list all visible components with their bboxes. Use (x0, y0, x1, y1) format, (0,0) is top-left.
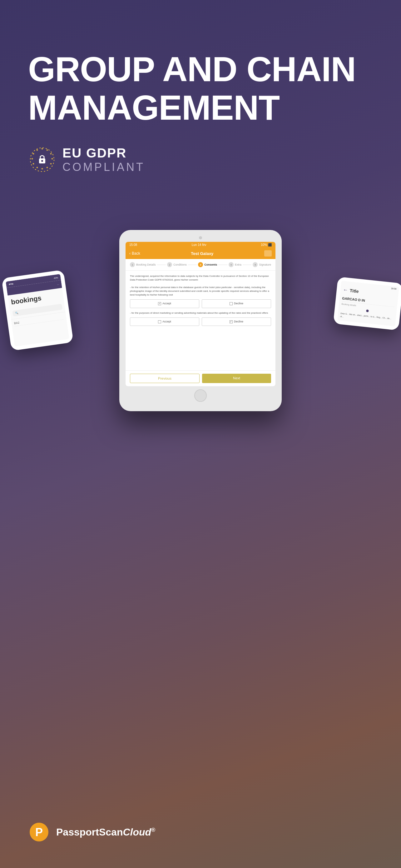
consent-item-1-decline-button[interactable]: Decline (202, 299, 271, 308)
svg-text:★: ★ (41, 147, 43, 150)
phone-right-title: Title (349, 288, 359, 294)
step-dot (366, 310, 369, 312)
decline-checkbox-1[interactable] (230, 302, 233, 305)
next-button[interactable]: Next (202, 374, 271, 383)
progress-line-4 (243, 265, 252, 265)
consent-item-2-accept-button[interactable]: Accept (130, 317, 199, 326)
phone-right-time: 19:09 (391, 287, 397, 290)
hero-title: GROUP AND CHAIN MANAGEMENT (28, 50, 373, 127)
phone-right-back-icon[interactable]: ← (343, 287, 348, 293)
accept-label-2: Accept (162, 320, 171, 324)
svg-point-14 (41, 160, 43, 162)
progress-label-3: Consents (204, 263, 217, 266)
accept-checkbox-2[interactable] (158, 320, 161, 323)
progress-step-5: 5 Signature (253, 262, 271, 267)
ipad-nav-bar: ‹ Back Test Galaxy (126, 248, 275, 259)
phone-left-screen: ◆◆◆ 43% ··· bookings 🔍 BA2 (6, 274, 69, 346)
progress-step-4: 4 Extra (229, 262, 241, 267)
consent-item-1-buttons: ✓ Accept Decline (130, 299, 271, 308)
accept-label-1: Accept (162, 302, 171, 306)
svg-text:★: ★ (49, 152, 52, 155)
consent-intro-text: The undersigned, acquired the informatio… (130, 274, 271, 282)
svg-text:★: ★ (36, 148, 38, 152)
phone-left: ◆◆◆ 43% ··· bookings 🔍 BA2 (2, 270, 74, 351)
svg-text:★: ★ (41, 167, 43, 170)
phone-left-time: ◆◆◆ (8, 282, 13, 286)
consent-item-2-buttons: Accept ✓ Decline (130, 317, 271, 326)
decline-checkbox-2[interactable]: ✓ (230, 320, 233, 323)
progress-line-1 (157, 265, 166, 265)
ipad-progress-bar: 1 Booking Details 2 Conditions 3 Consent… (126, 259, 275, 271)
footer-brand-text: PassportScanCloud® (56, 827, 155, 838)
svg-text:★: ★ (46, 148, 48, 152)
progress-circle-3: 3 (198, 262, 203, 267)
hero-title-line2: MANAGEMENT (28, 88, 279, 127)
devices-section: ◆◆◆ 43% ··· bookings 🔍 BA2 (0, 217, 401, 655)
footer-logo: P (28, 821, 50, 843)
svg-text:★: ★ (32, 152, 35, 155)
svg-text:P: P (35, 826, 43, 839)
progress-label-2: Conditions (173, 263, 187, 266)
ipad-back-button[interactable]: ‹ Back (129, 251, 140, 256)
accept-checkbox-1[interactable]: ✓ (158, 302, 161, 305)
consent-item-2-decline-button[interactable]: ✓ Decline (202, 317, 271, 326)
phone-left-battery: 43% (54, 277, 58, 279)
gdpr-eu-label: EU GDPR (63, 146, 145, 161)
ipad-time: 15:08 (129, 243, 137, 247)
consent-body: The undersigned, acquired the informatio… (126, 271, 275, 370)
progress-step-2: 2 Conditions (167, 262, 187, 267)
consent-item-2-text: - for the purposes of direct marketing o… (130, 311, 271, 315)
svg-text:★: ★ (32, 162, 35, 165)
consent-item-2: - for the purposes of direct marketing o… (130, 311, 271, 326)
svg-text:★: ★ (46, 166, 48, 169)
ipad-action-buttons: Previous Next (126, 370, 275, 386)
ipad-status-bar: 15:08 Lun 14 fév 10% ⬛ (126, 242, 275, 248)
progress-line-3 (218, 265, 227, 265)
footer: P PassportScanCloud® (28, 821, 155, 843)
progress-line-2 (188, 265, 197, 265)
consent-spacer (130, 329, 271, 367)
ipad-camera (199, 236, 202, 239)
ipad-battery: 10% ⬛ (261, 243, 272, 247)
brand-trademark: ® (151, 827, 155, 833)
progress-label-1: Booking Details (136, 263, 156, 266)
progress-label-5: Signature (259, 263, 271, 266)
decline-label-1: Decline (234, 302, 243, 306)
progress-step-3: 3 Consents (198, 262, 217, 267)
previous-button[interactable]: Previous (130, 374, 200, 383)
progress-label-4: Extra (235, 263, 241, 266)
gdpr-text: EU GDPR COMPLIANT (63, 146, 145, 174)
ipad-screen: 15:08 Lun 14 fév 10% ⬛ ‹ Back Test Galax… (126, 242, 275, 386)
progress-circle-1: 1 (130, 262, 135, 267)
phone-right-content: GARCAO D IN Booking details Dear G... We… (337, 294, 398, 326)
search-icon: 🔍 (15, 312, 19, 315)
brand-cloud: Cloud (123, 827, 151, 838)
consent-item-1-text: - for the retention of his/her personal … (130, 286, 271, 297)
back-arrow-icon: ‹ (129, 251, 131, 256)
ipad-date: Lun 14 fév (192, 243, 206, 247)
svg-text:★: ★ (31, 157, 33, 160)
consent-item-1: - for the retention of his/her personal … (130, 286, 271, 308)
svg-text:★: ★ (36, 166, 38, 169)
svg-text:★: ★ (51, 157, 54, 160)
ipad-device: 15:08 Lun 14 fév 10% ⬛ ‹ Back Test Galax… (119, 230, 282, 411)
ipad-back-label: Back (132, 251, 140, 256)
ipad-wrapper: 15:08 Lun 14 fév 10% ⬛ ‹ Back Test Galax… (119, 230, 282, 411)
progress-circle-2: 2 (167, 262, 172, 267)
gdpr-compliant-label: COMPLIANT (63, 161, 145, 174)
hero-title-line1: GROUP AND CHAIN (28, 50, 356, 89)
gdpr-badge: ★ ★ ★ ★ ★ ★ ★ ★ ★ ★ ★ ★ (28, 146, 373, 174)
gdpr-icon: ★ ★ ★ ★ ★ ★ ★ ★ ★ ★ ★ ★ (28, 146, 56, 174)
progress-circle-4: 4 (229, 262, 234, 267)
phone-right: 19:09 ← Title GARCAO D IN Booking detail… (333, 277, 401, 331)
decline-label-2: Decline (234, 320, 243, 324)
ipad-nav-title: Test Galaxy (191, 251, 213, 256)
ipad-menu-icon[interactable] (264, 250, 272, 256)
phone-right-screen: 19:09 ← Title GARCAO D IN Booking detail… (337, 281, 399, 326)
hero-section: GROUP AND CHAIN MANAGEMENT ★ ★ ★ ★ ★ ★ ★… (0, 0, 401, 217)
ipad-home-button[interactable] (194, 389, 207, 402)
consent-item-1-accept-button[interactable]: ✓ Accept (130, 299, 199, 308)
brand-passport: PassportScan (56, 827, 123, 838)
svg-text:★: ★ (49, 162, 52, 165)
progress-step-1: 1 Booking Details (130, 262, 156, 267)
